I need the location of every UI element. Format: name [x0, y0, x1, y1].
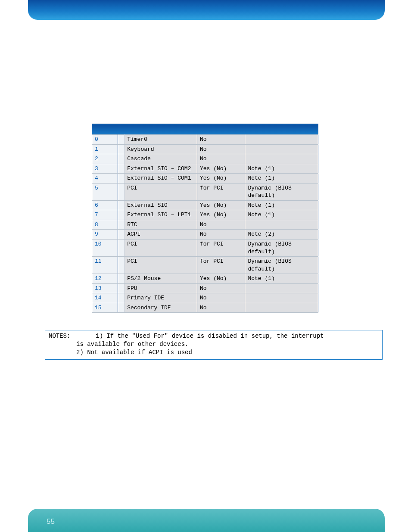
cell-used-for: RTC [125, 220, 197, 230]
cell-used-for: PS/2 Mouse [125, 274, 197, 284]
irq-table: 0Timer0No1KeyboardNo2CascadeNo3External … [92, 124, 318, 313]
cell-available: No [197, 135, 245, 145]
cell-used-for: Cascade [125, 154, 197, 164]
cell-irq-number: 2 [92, 154, 118, 164]
cell-divider [118, 210, 125, 220]
cell-comment: Note (1) [245, 174, 318, 184]
cell-comment: Note (1) [245, 164, 318, 174]
cell-divider [118, 144, 125, 154]
cell-irq-number: 11 [92, 257, 118, 274]
irq-header-num [92, 124, 118, 135]
cell-used-for: Keyboard [125, 144, 197, 154]
cell-used-for: FPU [125, 283, 197, 293]
irq-header-comm [245, 124, 318, 135]
irq-header-used [125, 124, 197, 135]
table-row: 6External SIOYes (No)Note (1) [92, 200, 318, 210]
table-row: 14Primary IDENo [92, 293, 318, 303]
cell-divider [118, 174, 125, 184]
cell-comment [245, 293, 318, 303]
cell-divider [118, 220, 125, 230]
cell-used-for: Timer0 [125, 135, 197, 145]
cell-used-for: Secondary IDE [125, 303, 197, 313]
table-row: 13FPUNo [92, 283, 318, 293]
table-row: 12PS/2 MouseYes (No)Note (1) [92, 274, 318, 284]
cell-comment: Note (2) [245, 230, 318, 240]
cell-available: Yes (No) [197, 174, 245, 184]
table-row: 15Secondary IDENo [92, 303, 318, 313]
cell-available: No [197, 154, 245, 164]
cell-available: No [197, 283, 245, 293]
table-row: 4External SIO – COM1Yes (No)Note (1) [92, 174, 318, 184]
cell-irq-number: 8 [92, 220, 118, 230]
irq-table-header-row [92, 124, 318, 135]
table-row: 9ACPINoNote (2) [92, 230, 318, 240]
cell-used-for: External SIO – COM2 [125, 164, 197, 174]
cell-divider [118, 200, 125, 210]
cell-divider [118, 164, 125, 174]
cell-irq-number: 4 [92, 174, 118, 184]
cell-comment: Dynamic (BIOS default) [245, 183, 318, 200]
cell-used-for: PCI [125, 257, 197, 274]
table-row: 5PCIfor PCIDynamic (BIOS default) [92, 183, 318, 200]
irq-header-div [118, 124, 125, 135]
cell-available: No [197, 303, 245, 313]
cell-used-for: PCI [125, 183, 197, 200]
irq-header-avail [197, 124, 245, 135]
cell-divider [118, 274, 125, 284]
cell-available: No [197, 293, 245, 303]
cell-divider [118, 230, 125, 240]
cell-comment: Note (1) [245, 210, 318, 220]
cell-divider [118, 240, 125, 257]
cell-comment [245, 154, 318, 164]
cell-comment [245, 283, 318, 293]
cell-irq-number: 15 [92, 303, 118, 313]
cell-comment: Note (1) [245, 274, 318, 284]
cell-divider [118, 283, 125, 293]
page-number: 55 [47, 517, 55, 526]
cell-divider [118, 183, 125, 200]
cell-irq-number: 12 [92, 274, 118, 284]
cell-comment: Dynamic (BIOS default) [245, 240, 318, 257]
table-row: 11PCIfor PCIDynamic (BIOS default) [92, 257, 318, 274]
cell-comment: Note (1) [245, 200, 318, 210]
cell-irq-number: 7 [92, 210, 118, 220]
cell-irq-number: 1 [92, 144, 118, 154]
table-row: 2CascadeNo [92, 154, 318, 164]
cell-available: No [197, 144, 245, 154]
cell-irq-number: 0 [92, 135, 118, 145]
cell-used-for: External SIO – COM1 [125, 174, 197, 184]
table-row: 10PCIfor PCIDynamic (BIOS default) [92, 240, 318, 257]
cell-available: for PCI [197, 240, 245, 257]
cell-available: Yes (No) [197, 210, 245, 220]
cell-irq-number: 13 [92, 283, 118, 293]
cell-comment [245, 135, 318, 145]
cell-available: Yes (No) [197, 274, 245, 284]
table-row: 0Timer0No [92, 135, 318, 145]
cell-comment [245, 144, 318, 154]
cell-used-for: External SIO [125, 200, 197, 210]
cell-comment: Dynamic (BIOS default) [245, 257, 318, 274]
table-row: 7External SIO – LPT1Yes (No)Note (1) [92, 210, 318, 220]
table-row: 1KeyboardNo [92, 144, 318, 154]
cell-used-for: Primary IDE [125, 293, 197, 303]
cell-divider [118, 257, 125, 274]
cell-available: Yes (No) [197, 200, 245, 210]
notes-line1b: is available for other devices. [76, 340, 379, 348]
cell-irq-number: 14 [92, 293, 118, 303]
table-row: 3External SIO – COM2Yes (No)Note (1) [92, 164, 318, 174]
cell-divider [118, 293, 125, 303]
notes-line2: 2) Not available if ACPI is used [76, 348, 379, 357]
cell-irq-number: 5 [92, 183, 118, 200]
cell-comment [245, 220, 318, 230]
notes-box: NOTES: 1) If the "Used For" device is di… [45, 330, 383, 360]
cell-irq-number: 9 [92, 230, 118, 240]
cell-irq-number: 3 [92, 164, 118, 174]
cell-divider [118, 303, 125, 313]
cell-available: for PCI [197, 257, 245, 274]
cell-used-for: External SIO – LPT1 [125, 210, 197, 220]
page-footer-bar: 55 [28, 509, 385, 532]
cell-used-for: PCI [125, 240, 197, 257]
notes-line1a: 1) If the "Used For" device is disabled … [96, 333, 324, 339]
notes-label: NOTES: [49, 333, 70, 339]
cell-available: Yes (No) [197, 164, 245, 174]
